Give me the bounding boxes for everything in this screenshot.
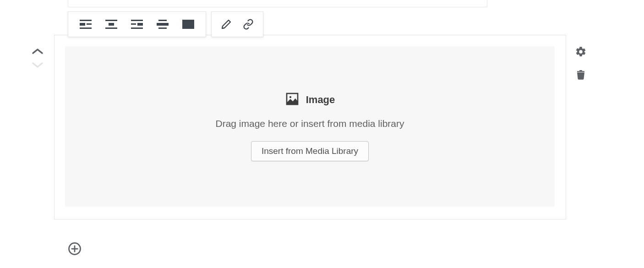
svg-rect-3 [80,27,92,29]
svg-rect-6 [105,27,117,29]
block-settings-button[interactable] [574,46,587,59]
gear-icon [575,46,587,59]
svg-rect-2 [87,23,92,25]
link-button[interactable] [237,13,259,35]
svg-rect-8 [131,23,136,25]
link-icon [243,19,254,30]
align-wide-button[interactable] [150,13,175,35]
svg-rect-10 [131,27,143,29]
align-left-icon [80,20,92,29]
align-center-button[interactable] [98,13,124,35]
svg-rect-1 [80,23,85,26]
chevron-up-icon [32,48,44,56]
align-full-button[interactable] [175,13,201,35]
edit-button[interactable] [215,13,237,35]
placeholder-header: Image [285,92,335,108]
image-icon [285,92,300,108]
block-side-actions [574,46,587,82]
image-placeholder[interactable]: Image Drag image here or insert from med… [65,46,555,207]
block-mover [30,46,45,71]
svg-rect-12 [157,23,169,26]
trash-icon [575,69,586,82]
svg-rect-7 [131,20,143,21]
edit-link-toolbar [211,11,263,37]
align-right-button[interactable] [124,13,150,35]
align-left-button[interactable] [73,13,98,35]
svg-rect-14 [182,20,194,29]
move-down-button[interactable] [30,60,45,71]
move-up-button[interactable] [30,46,45,57]
add-block-button[interactable] [67,242,82,257]
svg-rect-5 [109,23,114,26]
svg-rect-13 [158,27,167,29]
align-full-icon [182,20,194,29]
svg-point-16 [289,96,291,98]
pencil-icon [221,19,232,30]
placeholder-description: Drag image here or insert from media lib… [216,118,404,129]
align-right-icon [131,20,143,29]
svg-rect-11 [158,20,167,21]
align-wide-icon [157,20,169,29]
remove-block-button[interactable] [574,69,587,82]
align-center-icon [105,20,117,29]
placeholder-title: Image [306,94,335,106]
svg-rect-4 [105,20,117,21]
svg-rect-9 [137,23,143,26]
chevron-down-icon [32,61,44,70]
alignment-toolbar [68,11,206,37]
plus-circle-icon [68,242,82,257]
preceding-block-fragment [68,0,487,7]
insert-media-library-button[interactable]: Insert from Media Library [251,141,369,161]
svg-rect-0 [80,20,92,21]
